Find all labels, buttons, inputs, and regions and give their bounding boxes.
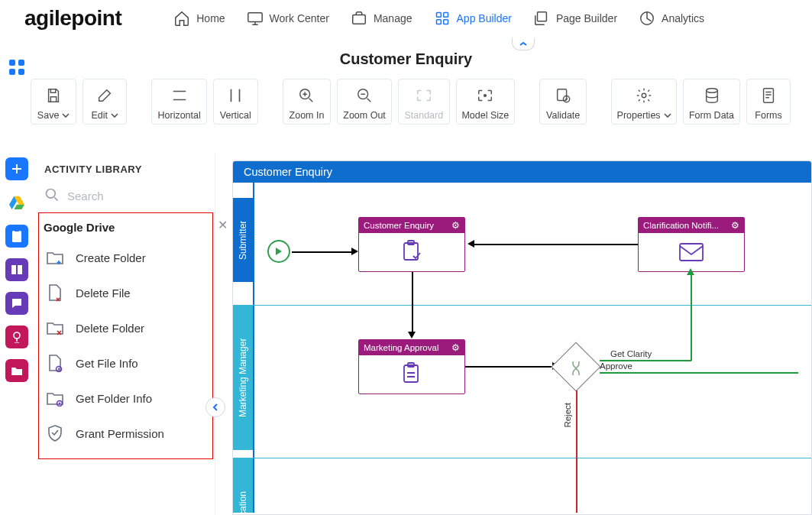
- model-size-button[interactable]: Model Size: [456, 79, 516, 125]
- activity-create-folder[interactable]: Create Folder: [42, 240, 209, 275]
- properties-label: Properties: [617, 110, 661, 121]
- collapse-header-button[interactable]: [512, 38, 535, 50]
- lane-submitter[interactable]: Submitter: [233, 198, 253, 282]
- activity-get-folder-info[interactable]: Get Folder Info: [42, 381, 209, 416]
- rail-text-block[interactable]: [5, 258, 28, 281]
- activity-library-header: ACTIVITY LIBRARY: [34, 153, 215, 183]
- edit-button[interactable]: Edit: [82, 79, 127, 125]
- activity-grant-permission[interactable]: Grant Permission: [42, 416, 209, 451]
- layout-vertical-button[interactable]: Vertical: [213, 79, 258, 125]
- svg-rect-1: [353, 15, 366, 24]
- svg-point-14: [706, 89, 717, 93]
- activity-label: Grant Permission: [76, 427, 164, 440]
- save-button[interactable]: Save: [31, 79, 76, 125]
- activity-search: [34, 183, 215, 212]
- svg-point-13: [642, 93, 646, 98]
- activity-search-input[interactable]: [67, 189, 212, 202]
- rail-clipboard[interactable]: [5, 225, 28, 248]
- svg-rect-5: [443, 20, 448, 24]
- activity-library-panel: ACTIVITY LIBRARY Google Drive ✕ Create F…: [34, 153, 215, 515]
- rail-chat[interactable]: [5, 292, 28, 315]
- nav-links: Home Work Center Manage App Builder Page…: [173, 10, 704, 27]
- nav-app-builder[interactable]: App Builder: [434, 10, 512, 27]
- horizontal-icon: [171, 86, 188, 105]
- monitor-icon: [247, 10, 264, 27]
- file-info-icon: [45, 354, 65, 372]
- canvas-wrap: Customer Enquiry Submitter Marketing Man…: [215, 153, 812, 515]
- form-data-button[interactable]: Form Data: [683, 79, 740, 125]
- briefcase-icon: [351, 10, 367, 27]
- zoom-out-label: Zoom Out: [343, 110, 386, 121]
- nav-home-label: Home: [196, 12, 225, 24]
- search-icon: [44, 187, 60, 205]
- svg-rect-17: [15, 229, 19, 232]
- brand-logo: agilepoint: [24, 6, 121, 31]
- svg-rect-16: [12, 231, 21, 242]
- edit-icon: [96, 86, 113, 105]
- nav-manage-label: Manage: [374, 12, 412, 24]
- layout-horizontal-button[interactable]: Horizontal: [151, 79, 207, 125]
- task-customer-enquiry[interactable]: Customer Enquiry⚙: [358, 217, 465, 272]
- svg-rect-6: [537, 12, 546, 21]
- edge-label-approve: Approve: [600, 361, 632, 371]
- activity-group-title: Google Drive: [44, 221, 115, 234]
- app-grid-icon[interactable]: [8, 58, 26, 79]
- edge-label-reject: Reject: [563, 403, 572, 428]
- activity-delete-folder[interactable]: Delete Folder: [42, 310, 209, 345]
- nav-work-center-label: Work Center: [270, 12, 329, 24]
- rail-present[interactable]: [5, 326, 28, 348]
- nav-page-builder-label: Page Builder: [556, 12, 617, 24]
- activity-label: Create Folder: [76, 251, 146, 264]
- nav-analytics[interactable]: Analytics: [639, 10, 704, 27]
- rail-google-drive[interactable]: [5, 191, 28, 214]
- zoom-in-label: Zoom In: [290, 110, 325, 121]
- nav-page-builder[interactable]: Page Builder: [533, 10, 617, 27]
- svg-rect-4: [436, 20, 441, 24]
- lane-marketing-manager[interactable]: Marketing Manager: [233, 305, 253, 450]
- gear-icon[interactable]: ⚙: [731, 220, 739, 231]
- rail-add-button[interactable]: [5, 157, 28, 180]
- activity-delete-file[interactable]: Delete File: [42, 275, 209, 310]
- svg-rect-31: [9, 69, 15, 75]
- model-size-label: Model Size: [461, 110, 509, 121]
- zoom-in-button[interactable]: Zoom In: [283, 79, 331, 125]
- save-label: Save: [37, 110, 60, 121]
- folder-info-icon: [45, 389, 65, 407]
- svg-rect-11: [558, 89, 567, 101]
- layers-icon: [533, 10, 550, 27]
- validate-button[interactable]: Validate: [539, 79, 587, 125]
- task-clarification-notif[interactable]: Clarification Notifi...⚙: [638, 217, 745, 272]
- nav-analytics-label: Analytics: [662, 12, 704, 24]
- save-icon: [45, 86, 62, 105]
- forms-label: Forms: [755, 110, 781, 121]
- rail-folder[interactable]: [5, 359, 28, 382]
- gateway[interactable]: [551, 342, 600, 391]
- file-x-icon: [45, 283, 65, 302]
- gear-icon[interactable]: ⚙: [451, 342, 460, 353]
- svg-rect-2: [436, 13, 441, 18]
- svg-rect-26: [680, 244, 703, 261]
- svg-rect-15: [764, 89, 774, 102]
- task-title: Marketing Approval: [364, 343, 438, 352]
- zoom-out-button[interactable]: Zoom Out: [337, 79, 392, 125]
- forms-icon: [761, 86, 776, 105]
- zoom-standard-button[interactable]: Standard: [398, 79, 450, 125]
- canvas-body[interactable]: Submitter Marketing Manager cation Custo…: [233, 183, 811, 513]
- forms-button[interactable]: Forms: [746, 79, 791, 125]
- nav-manage[interactable]: Manage: [351, 10, 412, 27]
- nav-home[interactable]: Home: [173, 10, 225, 27]
- svg-rect-18: [11, 265, 16, 274]
- activity-get-file-info[interactable]: Get File Info: [42, 345, 209, 381]
- collapse-panel-button[interactable]: [205, 397, 225, 417]
- top-nav: agilepoint Home Work Center Manage App B…: [0, 0, 812, 37]
- svg-rect-32: [18, 69, 24, 75]
- task-marketing-approval[interactable]: Marketing Approval⚙: [358, 339, 465, 394]
- nav-work-center[interactable]: Work Center: [247, 10, 329, 27]
- start-event[interactable]: [267, 240, 290, 263]
- vertical-icon: [228, 86, 243, 105]
- canvas[interactable]: Customer Enquiry Submitter Marketing Man…: [232, 160, 812, 515]
- edit-label: Edit: [91, 110, 108, 121]
- lane-cation[interactable]: cation: [233, 458, 253, 513]
- gear-icon[interactable]: ⚙: [451, 220, 460, 231]
- properties-button[interactable]: Properties: [611, 79, 677, 125]
